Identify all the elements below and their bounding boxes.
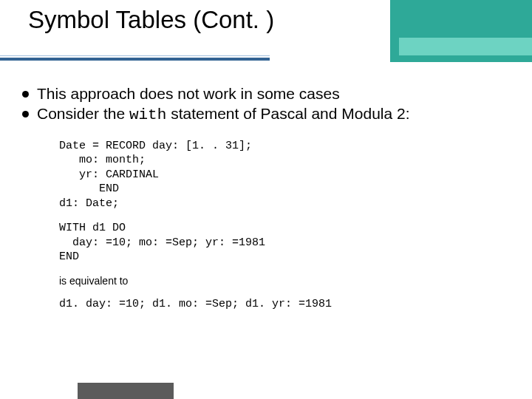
bullet-text-post: statement of Pascal and Modula 2: <box>166 105 409 122</box>
slide-body: This approach does not work in some case… <box>0 64 532 311</box>
code-block-record: Date = RECORD day: [1. . 31]; mo: month;… <box>59 139 510 211</box>
bullet-text-code: with <box>129 106 166 123</box>
title-area: Symbol Tables (Cont. ) <box>0 0 532 64</box>
decorative-footer-block <box>78 383 174 399</box>
bullet-list: This approach does not work in some case… <box>21 84 510 126</box>
bullet-text-pre: Consider the <box>37 105 129 122</box>
bullet-text: This approach does not work in some case… <box>37 85 340 102</box>
title-rule-thin <box>0 55 270 56</box>
bullet-item: Consider the with statement of Pascal an… <box>21 104 510 126</box>
bullet-item: This approach does not work in some case… <box>21 84 510 104</box>
equivalence-note: is equivalent to <box>59 275 510 287</box>
page-title: Symbol Tables (Cont. ) <box>28 6 274 33</box>
code-block-with: WITH d1 DO day: =10; mo: =Sep; yr: =1981… <box>59 221 510 265</box>
code-block-expanded: d1. day: =10; d1. mo: =Sep; d1. yr: =198… <box>59 297 510 312</box>
title-rule-thick <box>0 58 270 61</box>
